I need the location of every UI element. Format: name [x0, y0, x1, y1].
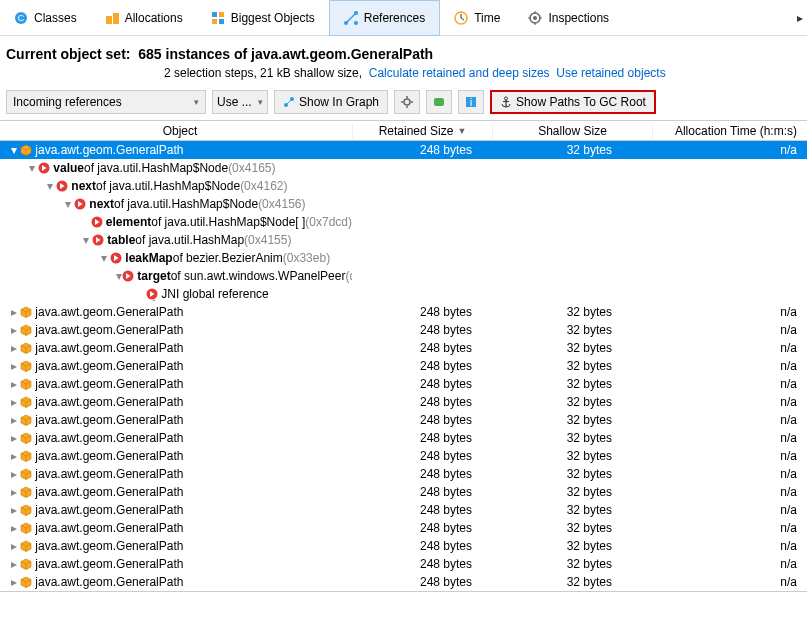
tab-time[interactable]: Time — [440, 0, 514, 36]
tree-row[interactable]: ▾ table of java.util.HashMap (0x4155) — [0, 231, 807, 249]
reference-type-dropdown[interactable]: Incoming references▾ — [6, 90, 206, 114]
tree-row[interactable]: ▾ value of java.util.HashMap$Node (0x416… — [0, 159, 807, 177]
reference-icon — [56, 180, 68, 192]
show-paths-to-gc-root-button[interactable]: Show Paths To GC Root — [490, 90, 656, 114]
twisty-closed[interactable]: ▸ — [8, 305, 20, 319]
object-label: java.awt.geom.GeneralPath — [35, 377, 183, 391]
alloc-time: n/a — [652, 557, 807, 571]
heap-button[interactable] — [426, 90, 452, 114]
col-shallow[interactable]: Shallow Size — [492, 124, 652, 138]
twisty-open[interactable]: ▾ — [62, 197, 74, 211]
object-icon — [20, 306, 32, 318]
tree-row[interactable]: ▸ java.awt.geom.GeneralPath248 bytes32 b… — [0, 465, 807, 483]
twisty-closed[interactable]: ▸ — [8, 539, 20, 553]
twisty-closed[interactable]: ▸ — [8, 467, 20, 481]
twisty-closed[interactable]: ▸ — [8, 377, 20, 391]
tab-label: Classes — [34, 11, 77, 25]
tree-row[interactable]: ▸ java.awt.geom.GeneralPath248 bytes32 b… — [0, 321, 807, 339]
heap-icon — [432, 95, 446, 109]
twisty-open[interactable]: ▾ — [8, 143, 20, 157]
twisty-closed[interactable]: ▸ — [8, 395, 20, 409]
object-icon — [20, 342, 32, 354]
tree-row[interactable]: ▸ java.awt.geom.GeneralPath248 bytes32 b… — [0, 393, 807, 411]
twisty-closed[interactable]: ▸ — [8, 431, 20, 445]
show-in-graph-button[interactable]: Show In Graph — [274, 90, 388, 114]
tree-row[interactable]: ▸ java.awt.geom.GeneralPath248 bytes32 b… — [0, 303, 807, 321]
twisty-closed[interactable]: ▸ — [8, 485, 20, 499]
tree-row[interactable]: ▾ target of sun.awt.windows.WPanelPeer (… — [0, 267, 807, 285]
twisty-open[interactable]: ▾ — [26, 161, 38, 175]
tree-row[interactable]: JNI global reference — [0, 285, 807, 303]
svg-text:C: C — [18, 13, 25, 23]
button-label: Show Paths To GC Root — [516, 95, 646, 109]
info-button[interactable]: i — [458, 90, 484, 114]
object-label: of java.util.HashMap$Node — [96, 179, 240, 193]
tab-overflow-button[interactable]: ▸ — [797, 11, 807, 25]
twisty-closed[interactable]: ▸ — [8, 575, 20, 589]
tree-row[interactable]: ▸ java.awt.geom.GeneralPath248 bytes32 b… — [0, 555, 807, 573]
shallow-size: 32 bytes — [492, 305, 652, 319]
col-alloc[interactable]: Allocation Time (h:m:s) — [652, 124, 807, 138]
tree-row[interactable]: ▸ java.awt.geom.GeneralPath248 bytes32 b… — [0, 519, 807, 537]
twisty-open[interactable]: ▾ — [98, 251, 110, 265]
tree-row[interactable]: ▸ java.awt.geom.GeneralPath248 bytes32 b… — [0, 375, 807, 393]
tab-references[interactable]: References — [329, 0, 440, 36]
twisty-closed[interactable]: ▸ — [8, 521, 20, 535]
twisty-closed[interactable]: ▸ — [8, 503, 20, 517]
tree-row[interactable]: ▸ java.awt.geom.GeneralPath248 bytes32 b… — [0, 339, 807, 357]
object-icon — [20, 144, 32, 156]
col-object[interactable]: Object — [0, 124, 352, 138]
tab-classes[interactable]: C Classes — [0, 0, 91, 36]
tree-row[interactable]: ▸ java.awt.geom.GeneralPath248 bytes32 b… — [0, 537, 807, 555]
twisty-closed[interactable]: ▸ — [8, 449, 20, 463]
tab-biggest-objects[interactable]: Biggest Objects — [197, 0, 329, 36]
alloc-time: n/a — [652, 377, 807, 391]
dropdown-label: Use ... — [217, 95, 252, 109]
tree-row[interactable]: ▾ leakMap of bezier.BezierAnim (0x33eb) — [0, 249, 807, 267]
shallow-size: 32 bytes — [492, 521, 652, 535]
twisty-closed[interactable]: ▸ — [8, 341, 20, 355]
tree-row[interactable]: ▾ java.awt.geom.GeneralPath248 bytes32 b… — [0, 141, 807, 159]
object-label: of sun.awt.windows.WPanelPeer — [171, 269, 346, 283]
link-use-retained[interactable]: Use retained objects — [556, 66, 665, 80]
svg-rect-6 — [212, 19, 217, 24]
tree-row[interactable]: ▸ java.awt.geom.GeneralPath248 bytes32 b… — [0, 573, 807, 591]
twisty-closed[interactable]: ▸ — [8, 557, 20, 571]
tree-row[interactable]: ▸ java.awt.geom.GeneralPath248 bytes32 b… — [0, 357, 807, 375]
field-name: next — [89, 197, 114, 211]
tree-row[interactable]: element of java.util.HashMap$Node[ ] (0x… — [0, 213, 807, 231]
tree-row[interactable]: ▸ java.awt.geom.GeneralPath248 bytes32 b… — [0, 501, 807, 519]
tree-row[interactable]: ▾ next of java.util.HashMap$Node (0x4162… — [0, 177, 807, 195]
shallow-size: 32 bytes — [492, 485, 652, 499]
svg-point-24 — [404, 99, 410, 105]
chevron-down-icon: ▾ — [258, 97, 263, 107]
twisty-open[interactable]: ▾ — [44, 179, 56, 193]
svg-point-10 — [354, 11, 358, 15]
twisty-closed[interactable]: ▸ — [8, 413, 20, 427]
tree-row[interactable]: ▸ java.awt.geom.GeneralPath248 bytes32 b… — [0, 483, 807, 501]
shallow-size: 32 bytes — [492, 431, 652, 445]
alloc-time: n/a — [652, 341, 807, 355]
tree-row[interactable]: ▾ next of java.util.HashMap$Node (0x4156… — [0, 195, 807, 213]
object-label: of java.util.HashMap$Node[ ] — [151, 215, 305, 229]
title-prefix: Current object set: — [6, 46, 130, 62]
settings-button[interactable] — [394, 90, 420, 114]
twisty-open[interactable]: ▾ — [80, 233, 92, 247]
tab-allocations[interactable]: Allocations — [91, 0, 197, 36]
twisty-closed[interactable]: ▸ — [8, 359, 20, 373]
col-retained[interactable]: Retained Size ▼ — [352, 124, 492, 138]
alloc-time: n/a — [652, 467, 807, 481]
field-name: value — [53, 161, 84, 175]
object-icon — [20, 576, 32, 588]
tab-inspections[interactable]: Inspections — [514, 0, 623, 36]
use-dropdown[interactable]: Use ...▾ — [212, 90, 268, 114]
inspections-icon — [528, 11, 542, 25]
reference-icon — [122, 270, 134, 282]
tree-row[interactable]: ▸ java.awt.geom.GeneralPath248 bytes32 b… — [0, 447, 807, 465]
twisty-closed[interactable]: ▸ — [8, 323, 20, 337]
link-calculate-sizes[interactable]: Calculate retained and deep sizes — [369, 66, 550, 80]
tree-row[interactable]: ▸ java.awt.geom.GeneralPath248 bytes32 b… — [0, 429, 807, 447]
tree-body: ▾ java.awt.geom.GeneralPath248 bytes32 b… — [0, 141, 807, 591]
svg-line-8 — [346, 13, 356, 23]
tree-row[interactable]: ▸ java.awt.geom.GeneralPath248 bytes32 b… — [0, 411, 807, 429]
